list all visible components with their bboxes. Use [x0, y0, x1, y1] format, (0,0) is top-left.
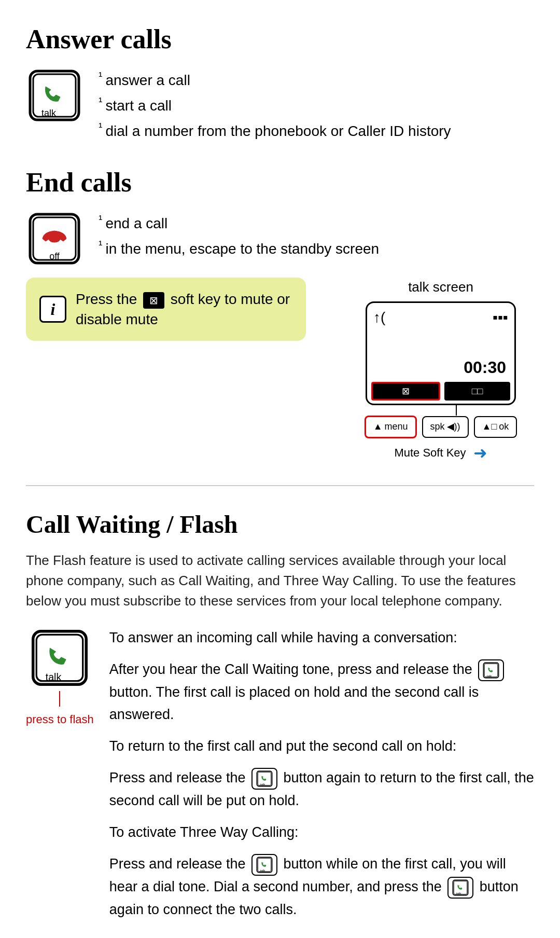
- screen-signal-icon: ↑(: [373, 307, 385, 327]
- spk-btn-label: spk: [430, 420, 445, 433]
- section-divider: [26, 485, 534, 486]
- mute-note-container: i Press the ⊠ soft key to mute or disabl…: [26, 278, 332, 464]
- call-waiting-content: talk press to flash To answer an incomin…: [26, 627, 534, 931]
- off-key-icon: off: [26, 210, 83, 267]
- menu-btn-label: menu: [385, 420, 408, 433]
- mute-info-area: i Press the ⊠ soft key to mute or disabl…: [26, 278, 534, 464]
- call-waiting-title: Call Waiting / Flash: [26, 507, 534, 542]
- talk-icon-inline-4: talk: [447, 877, 473, 899]
- answer-calls-title: Answer calls: [26, 21, 534, 59]
- cw-para5: To activate Three Way Calling:: [109, 821, 534, 844]
- svg-text:talk: talk: [41, 108, 57, 118]
- svg-text:talk: talk: [260, 782, 266, 786]
- svg-text:off: off: [49, 251, 60, 261]
- ok-btn-label: ok: [499, 420, 509, 433]
- flash-key-column: talk press to flash: [26, 627, 94, 728]
- cw-para3: To return to the first call and put the …: [109, 735, 534, 757]
- flash-talk-key-icon: talk: [29, 627, 91, 689]
- svg-text:talk: talk: [487, 673, 493, 677]
- phone-screen-mockup: ↑( ▪▪▪ 00:30 ⊠ □□: [366, 301, 516, 405]
- answer-bullets: answer a call start a call dial a number…: [99, 67, 451, 143]
- answer-calls-content: talk answer a call start a call dial a n…: [26, 67, 534, 143]
- screen-book-btn: □□: [444, 382, 510, 401]
- screen-mute-btn: ⊠: [371, 382, 440, 401]
- screen-top-bar: ↑( ▪▪▪: [367, 303, 514, 327]
- svg-text:talk: talk: [456, 891, 462, 895]
- phys-menu-btn: ▲ menu: [365, 416, 417, 438]
- cw-para2-after: button. The first call is placed on hold…: [109, 684, 479, 722]
- svg-text:talk: talk: [46, 671, 62, 682]
- spk-btn-icon: ◀)): [447, 420, 460, 433]
- menu-btn-icon: ▲: [373, 420, 383, 433]
- talk-screen-diagram: talk screen ↑( ▪▪▪ 00:30 ⊠ □□ ▲ men: [347, 278, 534, 464]
- screen-battery-icon: ▪▪▪: [493, 307, 508, 327]
- cw-para2: After you hear the Call Waiting tone, pr…: [109, 658, 534, 726]
- talk-screen-label: talk screen: [408, 278, 473, 296]
- svg-text:talk: talk: [260, 868, 266, 872]
- mute-note-text: Press the ⊠ soft key to mute or disable …: [76, 289, 292, 329]
- cw-para4-before: Press and release the: [109, 770, 246, 785]
- talk-icon-inline-2: talk: [251, 768, 277, 790]
- phys-spk-btn: spk ◀)): [422, 416, 469, 437]
- mute-text-before: Press the: [76, 291, 137, 307]
- red-indicator-line: [59, 691, 60, 707]
- answer-bullet-1: answer a call: [99, 67, 451, 92]
- cw-para4: Press and release the talk button again …: [109, 767, 534, 812]
- call-waiting-instructions: To answer an incoming call while having …: [109, 627, 534, 931]
- cw-para6-before: Press and release the: [109, 856, 246, 872]
- call-waiting-section: Call Waiting / Flash The Flash feature i…: [26, 507, 534, 930]
- end-bullet-2: in the menu, escape to the standby scree…: [99, 236, 379, 261]
- talk-key-icon: talk: [26, 67, 83, 124]
- answer-calls-section: Answer calls talk answer a call start a …: [26, 21, 534, 143]
- end-calls-top-row: off end a call in the menu, escape to th…: [26, 210, 534, 267]
- cw-para6: Press and release the talk button while …: [109, 853, 534, 921]
- call-waiting-description: The Flash feature is used to activate ca…: [26, 550, 534, 611]
- physical-buttons-row: ▲ menu spk ◀)) ▲□ ok: [365, 416, 517, 438]
- cw-para2-before: After you hear the Call Waiting tone, pr…: [109, 661, 472, 677]
- mute-soft-key-label-row: Mute Soft Key ➜: [394, 442, 487, 465]
- screen-soft-buttons: ⊠ □□: [367, 379, 514, 404]
- end-calls-title: End calls: [26, 164, 534, 202]
- info-icon: i: [39, 296, 66, 323]
- mute-arrow-icon: ➜: [473, 442, 487, 465]
- connector-line-top: [456, 405, 457, 416]
- answer-bullet-3: dial a number from the phonebook or Call…: [99, 118, 451, 143]
- talk-icon-inline-3: talk: [251, 854, 277, 876]
- screen-time: 00:30: [367, 328, 514, 379]
- cw-para1: To answer an incoming call while having …: [109, 627, 534, 649]
- end-bullet-1: end a call: [99, 210, 379, 236]
- answer-bullet-2: start a call: [99, 92, 451, 118]
- mute-info-note: i Press the ⊠ soft key to mute or disabl…: [26, 278, 306, 341]
- talk-icon-inline-1: talk: [478, 659, 504, 681]
- mute-key-display: ⊠: [143, 292, 164, 309]
- phys-ok-btn: ▲□ ok: [474, 416, 517, 437]
- end-calls-section: End calls off end a call in the menu, es…: [26, 164, 534, 464]
- ok-btn-icon: ▲□: [482, 420, 497, 433]
- press-to-flash-label: press to flash: [26, 712, 94, 728]
- mute-soft-key-text: Mute Soft Key: [394, 445, 466, 461]
- end-bullets: end a call in the menu, escape to the st…: [99, 210, 379, 261]
